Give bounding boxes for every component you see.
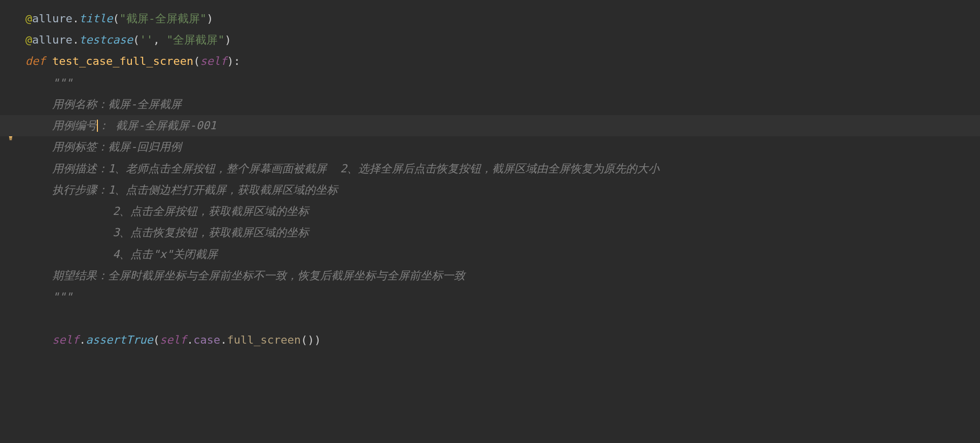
docstring-delim: """	[52, 77, 73, 89]
code-line[interactable]: 用例描述：1、老师点击全屏按钮，整个屏幕画面被截屏 2、选择全屏后点击恢复按钮，…	[25, 158, 980, 179]
punctuation: .	[187, 334, 193, 346]
method-name: assertTrue	[86, 334, 153, 346]
parameter-self: self	[200, 55, 227, 67]
code-line[interactable]: def test_case_full_screen(self):	[25, 51, 980, 72]
code-line[interactable]: @allure.title("截屏-全屏截屏")	[25, 8, 980, 29]
docstring-text: 4、点击"x"关闭截屏	[52, 248, 218, 261]
code-line[interactable]: """	[25, 286, 980, 308]
punctuation: .	[73, 12, 79, 25]
method-name: testcase	[79, 33, 133, 46]
decorator-at: @	[25, 12, 32, 25]
punctuation: )	[206, 12, 213, 25]
punctuation: )	[225, 33, 231, 46]
code-line[interactable]: self.assertTrue(self.case.full_screen())	[25, 329, 980, 351]
punctuation: .	[73, 33, 79, 46]
function-name: test_case_full_screen	[52, 55, 193, 67]
code-line[interactable]: 用例名称：截屏-全屏截屏	[25, 94, 980, 115]
identifier: allure	[32, 12, 72, 25]
keyword-self: self	[52, 334, 79, 346]
code-line[interactable]: """	[25, 72, 980, 94]
docstring-text: 用例名称：截屏-全屏截屏	[52, 98, 182, 110]
string-literal: ''	[139, 33, 153, 46]
docstring-text: 截屏-全屏截屏-001	[109, 119, 216, 132]
string-literal: "全屏截屏"	[166, 33, 225, 46]
identifier: allure	[32, 33, 72, 46]
punctuation: ):	[227, 55, 240, 67]
docstring-delim: """	[52, 290, 73, 303]
code-line[interactable]: 2、点击全屏按钮，获取截屏区域的坐标	[25, 201, 980, 222]
punctuation: (	[193, 55, 200, 67]
punctuation: (	[133, 33, 139, 46]
code-line-active[interactable]: 用例编号： 截屏-全屏截屏-001	[0, 115, 980, 136]
punctuation: ,	[153, 33, 167, 46]
code-line[interactable]: 期望结果：全屏时截屏坐标与全屏前坐标不一致，恢复后截屏坐标与全屏前坐标一致	[25, 265, 980, 286]
code-line[interactable]	[25, 308, 980, 329]
decorator-at: @	[25, 33, 32, 46]
keyword-self: self	[160, 334, 187, 346]
code-line[interactable]: @allure.testcase('', "全屏截屏")	[25, 29, 980, 51]
code-line[interactable]: 4、点击"x"关闭截屏	[25, 244, 980, 265]
code-line[interactable]: 3、点击恢复按钮，获取截屏区域的坐标	[25, 222, 980, 243]
method-name: title	[79, 12, 113, 25]
docstring-text: 3、点击恢复按钮，获取截屏区域的坐标	[52, 226, 309, 239]
punctuation: (	[153, 334, 160, 346]
svg-rect-1	[10, 139, 12, 140]
punctuation: .	[79, 334, 86, 346]
punctuation: ())	[301, 334, 321, 346]
code-editor[interactable]: @allure.title("截屏-全屏截屏") @allure.testcas…	[0, 0, 980, 351]
code-line[interactable]: 用例标签：截屏-回归用例	[25, 136, 980, 158]
punctuation: (	[113, 12, 119, 25]
svg-rect-0	[9, 138, 12, 139]
member-access: case	[193, 334, 220, 346]
docstring-text: 2、点击全屏按钮，获取截屏区域的坐标	[52, 205, 309, 217]
code-line[interactable]: 执行步骤：1、点击侧边栏打开截屏，获取截屏区域的坐标	[25, 179, 980, 201]
punctuation: .	[220, 334, 227, 346]
docstring-text: 用例标签：截屏-回归用例	[52, 140, 182, 153]
docstring-text: 执行步骤：1、点击侧边栏打开截屏，获取截屏区域的坐标	[52, 183, 338, 196]
string-literal: "截屏-全屏截屏"	[119, 12, 206, 25]
keyword-def: def	[25, 55, 52, 67]
docstring-text: 用例描述：1、老师点击全屏按钮，整个屏幕画面被截屏 2、选择全屏后点击恢复按钮，…	[52, 162, 659, 175]
docstring-text: ：	[98, 119, 109, 132]
docstring-text: 期望结果：全屏时截屏坐标与全屏前坐标不一致，恢复后截屏坐标与全屏前坐标一致	[52, 269, 465, 282]
method-call: full_screen	[227, 334, 301, 346]
docstring-text: 用例编号	[52, 119, 97, 132]
